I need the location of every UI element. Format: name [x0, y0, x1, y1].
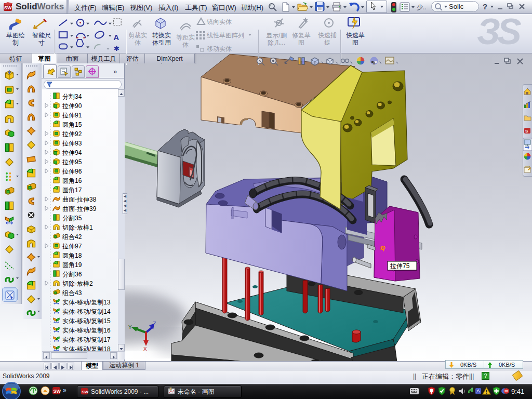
svg-text:SW: SW — [4, 5, 12, 10]
svg-text:Y: Y — [128, 324, 132, 330]
svg-text:A: A — [114, 33, 119, 42]
svg-text:X: X — [143, 346, 147, 352]
svg-text:Z: Z — [153, 321, 156, 327]
svg-text:✱: ✱ — [114, 45, 119, 52]
svg-text:拉伸75: 拉伸75 — [390, 262, 410, 270]
svg-text:S: S — [525, 129, 528, 134]
svg-text:SW: SW — [54, 389, 61, 394]
svg-text:SW: SW — [82, 390, 88, 394]
